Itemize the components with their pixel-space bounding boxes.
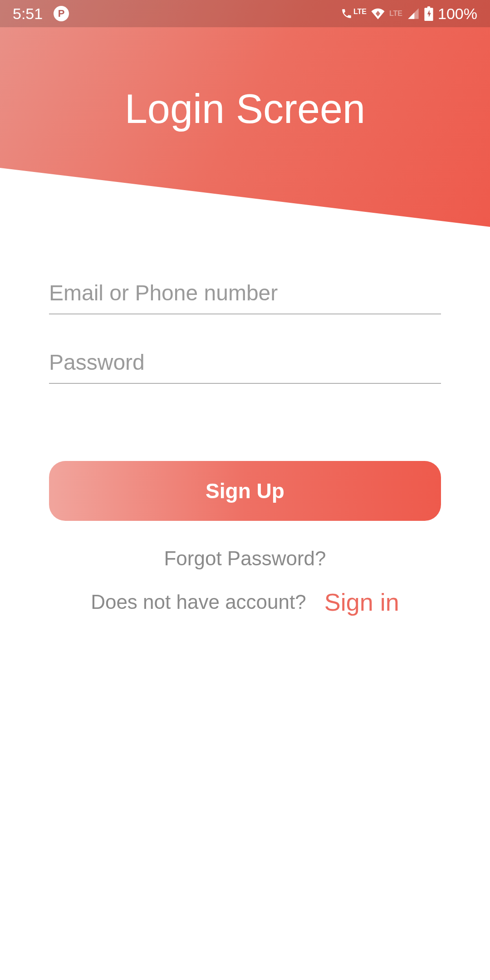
signup-button[interactable]: Sign Up	[49, 461, 441, 521]
login-form: Sign Up Forgot Password? Does not have a…	[0, 272, 490, 616]
battery-percent: 100%	[438, 5, 477, 23]
forgot-password-link[interactable]: Forgot Password?	[49, 547, 441, 570]
svg-rect-1	[427, 6, 430, 9]
signin-prompt: Does not have account?	[91, 591, 306, 613]
wifi-icon	[371, 7, 385, 20]
phone-lte-icon: LTE	[341, 8, 367, 20]
page-title: Login Screen	[125, 86, 365, 132]
email-field[interactable]	[49, 272, 441, 314]
email-input-group	[49, 272, 441, 314]
signin-row: Does not have account? Sign in	[49, 588, 441, 616]
signal-icon	[407, 7, 420, 20]
app-p-icon: P	[54, 6, 69, 21]
lte-label: LTE	[353, 8, 367, 16]
status-left: 5:51 P	[13, 5, 69, 23]
password-field[interactable]	[49, 342, 441, 384]
signin-link[interactable]: Sign in	[324, 588, 399, 616]
status-time: 5:51	[13, 5, 43, 23]
password-input-group	[49, 342, 441, 384]
lte-label-dim: LTE	[389, 10, 402, 18]
status-bar: 5:51 P LTE LTE 100%	[0, 0, 490, 27]
battery-charging-icon	[424, 6, 433, 21]
header-banner: Login Screen	[0, 0, 490, 227]
status-right: LTE LTE 100%	[341, 5, 477, 23]
